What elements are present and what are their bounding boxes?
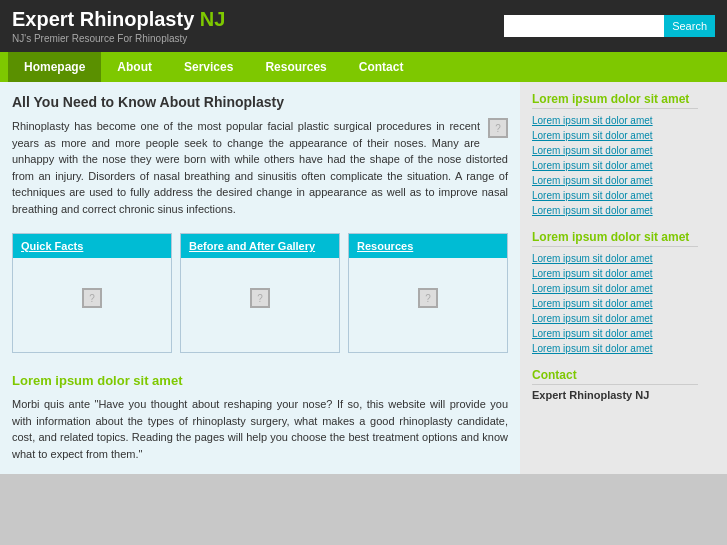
sidebar-link-2-1[interactable]: Lorem ipsum sit dolor amet — [532, 253, 698, 264]
lorem-section: Lorem ipsum dolor sit amet Morbi quis an… — [12, 369, 508, 462]
nav-item-contact[interactable]: Contact — [343, 52, 420, 82]
search-area: Search — [504, 15, 715, 37]
sidebar-link-2-6[interactable]: Lorem ipsum sit dolor amet — [532, 328, 698, 339]
content-body-wrapper: ? Rhinoplasty has become one of the most… — [12, 118, 508, 217]
card-quick-facts: Quick Facts ? — [12, 233, 172, 353]
search-input[interactable] — [504, 15, 664, 37]
sidebar-link-1-3[interactable]: Lorem ipsum sit dolor amet — [532, 145, 698, 156]
card-resources-body: ? — [349, 258, 507, 338]
nav-item-about[interactable]: About — [101, 52, 168, 82]
sidebar-link-2-4[interactable]: Lorem ipsum sit dolor amet — [532, 298, 698, 309]
card-quick-facts-header: Quick Facts — [13, 234, 171, 258]
card-gallery: Before and After Gallery ? — [180, 233, 340, 353]
sidebar-link-1-1[interactable]: Lorem ipsum sit dolor amet — [532, 115, 698, 126]
card-resources-header: Resources — [349, 234, 507, 258]
sidebar-link-2-3[interactable]: Lorem ipsum sit dolor amet — [532, 283, 698, 294]
lorem-title: Lorem ipsum dolor sit amet — [12, 373, 508, 388]
card-gallery-body: ? — [181, 258, 339, 338]
card-gallery-image: ? — [250, 288, 270, 308]
content-title: All You Need to Know About Rhinoplasty — [12, 94, 508, 110]
nav-item-resources[interactable]: Resources — [249, 52, 342, 82]
nav-item-homepage[interactable]: Homepage — [8, 52, 101, 82]
cards-row: Quick Facts ? Before and After Gallery ?… — [12, 233, 508, 353]
sidebar-link-2-7[interactable]: Lorem ipsum sit dolor amet — [532, 343, 698, 354]
card-quick-facts-body: ? — [13, 258, 171, 338]
content-image: ? — [488, 118, 508, 138]
card-quick-facts-image: ? — [82, 288, 102, 308]
sidebar-contact-title: Contact — [532, 368, 698, 385]
sidebar-link-2-5[interactable]: Lorem ipsum sit dolor amet — [532, 313, 698, 324]
main: All You Need to Know About Rhinoplasty ?… — [0, 82, 727, 474]
card-resources-image: ? — [418, 288, 438, 308]
sidebar-contact-name: Expert Rhinoplasty NJ — [532, 389, 698, 401]
search-button[interactable]: Search — [664, 15, 715, 37]
sidebar-contact-section: Contact Expert Rhinoplasty NJ — [532, 368, 698, 401]
card-quick-facts-link[interactable]: Quick Facts — [21, 240, 83, 252]
nav-item-services[interactable]: Services — [168, 52, 249, 82]
sidebar-section-1: Lorem ipsum dolor sit amet Lorem ipsum s… — [532, 92, 698, 216]
sidebar-link-1-7[interactable]: Lorem ipsum sit dolor amet — [532, 205, 698, 216]
sidebar-link-1-2[interactable]: Lorem ipsum sit dolor amet — [532, 130, 698, 141]
sidebar-link-1-6[interactable]: Lorem ipsum sit dolor amet — [532, 190, 698, 201]
header: Expert Rhinoplasty NJ NJ's Premier Resou… — [0, 0, 727, 52]
nav: Homepage About Services Resources Contac… — [0, 52, 727, 82]
card-gallery-header: Before and After Gallery — [181, 234, 339, 258]
sidebar-link-1-4[interactable]: Lorem ipsum sit dolor amet — [532, 160, 698, 171]
card-resources-link[interactable]: Resources — [357, 240, 413, 252]
site-title: Expert Rhinoplasty NJ — [12, 8, 225, 31]
site-subtitle: NJ's Premier Resource For Rhinoplasty — [12, 33, 225, 44]
sidebar-section-2-title: Lorem ipsum dolor sit amet — [532, 230, 698, 247]
sidebar-link-1-5[interactable]: Lorem ipsum sit dolor amet — [532, 175, 698, 186]
card-resources: Resources ? — [348, 233, 508, 353]
content-body: Rhinoplasty has become one of the most p… — [12, 118, 508, 217]
content-area: All You Need to Know About Rhinoplasty ?… — [0, 82, 520, 474]
sidebar: Lorem ipsum dolor sit amet Lorem ipsum s… — [520, 82, 710, 474]
lorem-body: Morbi quis ante "Have you thought about … — [12, 396, 508, 462]
sidebar-section-2: Lorem ipsum dolor sit amet Lorem ipsum s… — [532, 230, 698, 354]
sidebar-link-2-2[interactable]: Lorem ipsum sit dolor amet — [532, 268, 698, 279]
sidebar-section-1-title: Lorem ipsum dolor sit amet — [532, 92, 698, 109]
card-gallery-link[interactable]: Before and After Gallery — [189, 240, 315, 252]
